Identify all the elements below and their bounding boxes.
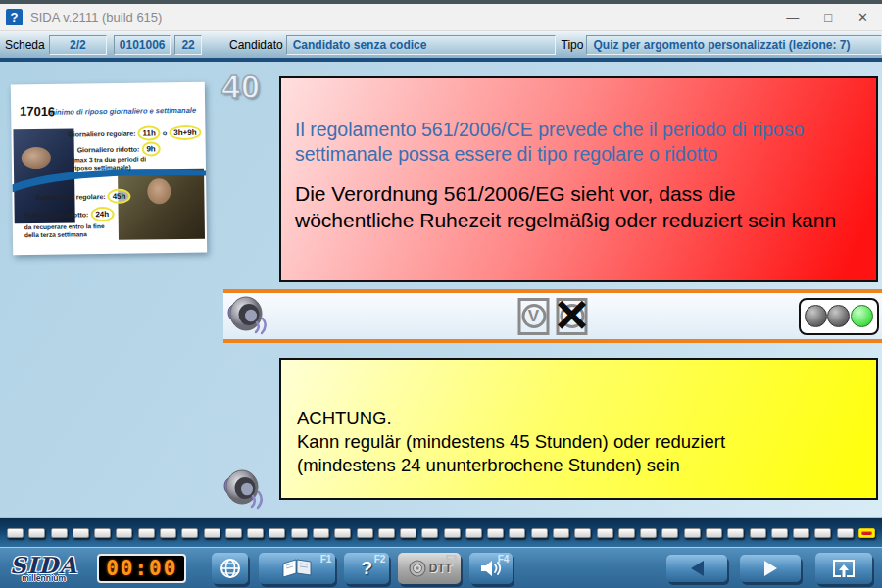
scheda-progress-field[interactable]: 2/2 bbox=[49, 35, 107, 55]
audio-fkey-label: F4 bbox=[498, 554, 510, 564]
question-italian-text: Il regolamento 561/2006/CE prevede che i… bbox=[295, 118, 857, 167]
false-glyph: X bbox=[560, 304, 584, 328]
traffic-light-green-on bbox=[851, 305, 873, 327]
image-id-overlay: 17016 bbox=[20, 104, 55, 120]
traffic-light-indicator bbox=[799, 298, 879, 335]
weekly-reduced-row: Settimanale ridotto: 24h bbox=[24, 207, 115, 222]
help-fkey-label: F2 bbox=[374, 554, 386, 564]
question-strip-button[interactable] bbox=[51, 528, 68, 538]
quiz-header-bar: Scheda 2/2 0101006 22 Candidato Candidat… bbox=[0, 31, 882, 58]
book-fkey-label: F1 bbox=[320, 554, 332, 564]
question-strip-button[interactable] bbox=[313, 528, 329, 538]
window-controls: — □ ✕ bbox=[786, 10, 876, 24]
maximize-button[interactable]: □ bbox=[824, 10, 832, 24]
daily-reduced-note: (max 3 tra due periodi di riposo settima… bbox=[73, 155, 149, 172]
candidato-field[interactable]: Candidato senza codice bbox=[286, 35, 556, 55]
question-strip-button[interactable] bbox=[509, 528, 525, 538]
question-strip-button[interactable] bbox=[94, 528, 111, 538]
question-strip-button[interactable] bbox=[160, 528, 176, 538]
daily-regular-label: Giornaliero regolare: bbox=[68, 130, 135, 138]
true-glyph: V bbox=[521, 304, 546, 328]
dtt-fkey-label: F3 bbox=[446, 554, 458, 564]
question-strip-button[interactable] bbox=[640, 528, 657, 538]
book-icon bbox=[280, 557, 314, 580]
answer-false-button[interactable]: X ✕ bbox=[557, 298, 588, 335]
audio-button[interactable]: F4 bbox=[469, 553, 513, 584]
weekly-reduced-label: Settimanale ridotto: bbox=[24, 211, 89, 219]
quiz-main-area: minimo di riposo giornaliero e settimana… bbox=[0, 62, 882, 517]
question-strip-button[interactable] bbox=[597, 528, 613, 538]
help-button[interactable]: F2 ? bbox=[344, 553, 389, 584]
scheda-label: Scheda bbox=[5, 38, 45, 52]
question-strip-button[interactable] bbox=[28, 528, 45, 538]
question-strip-button[interactable] bbox=[116, 528, 132, 538]
question-strip-button[interactable] bbox=[574, 528, 591, 538]
scheda-code-field[interactable]: 0101006 bbox=[114, 35, 171, 55]
close-button[interactable]: ✕ bbox=[858, 10, 868, 24]
language-globe-button[interactable] bbox=[212, 553, 248, 584]
question-strip-button[interactable] bbox=[531, 528, 548, 538]
question-strip-button-active[interactable] bbox=[858, 528, 875, 538]
question-strip-button[interactable] bbox=[618, 528, 635, 538]
question-strip-button[interactable] bbox=[487, 528, 504, 538]
scheda-count-field[interactable]: 22 bbox=[174, 35, 202, 55]
police-badge-icon bbox=[408, 559, 427, 578]
question-strip-button[interactable] bbox=[291, 528, 308, 538]
daily-regular-row: Giornaliero regolare: 11h o 3h+9h bbox=[68, 125, 201, 142]
candidato-label: Candidato bbox=[229, 38, 283, 52]
answer-bar: V X ✕ bbox=[223, 289, 882, 343]
question-strip-button[interactable] bbox=[727, 528, 744, 538]
question-strip-button[interactable] bbox=[553, 528, 569, 538]
question-strip-button[interactable] bbox=[706, 528, 722, 538]
manual-book-button[interactable]: F1 bbox=[259, 553, 335, 584]
minimize-button[interactable]: — bbox=[786, 10, 799, 24]
question-strip-button[interactable] bbox=[138, 528, 155, 538]
question-strip-button[interactable] bbox=[814, 528, 831, 538]
question-text-box: Il regolamento 561/2006/CE prevede che i… bbox=[279, 76, 878, 282]
question-strip-button[interactable] bbox=[421, 528, 438, 538]
question-strip-button[interactable] bbox=[837, 528, 854, 538]
question-number: 40 bbox=[221, 68, 261, 106]
question-strip-button[interactable] bbox=[225, 528, 242, 538]
app-help-icon[interactable]: ? bbox=[6, 9, 23, 25]
daily-regular-alt-value: 3h+9h bbox=[169, 125, 202, 140]
question-strip-button[interactable] bbox=[684, 528, 701, 538]
dtt-button: F3 DTT bbox=[398, 553, 461, 584]
footer-toolbar: SIDA millennium 00:00 F1 bbox=[0, 547, 882, 588]
tipo-label: Tipo bbox=[562, 38, 584, 52]
next-question-button[interactable] bbox=[740, 555, 801, 582]
hint-audio-speaker-icon[interactable] bbox=[221, 466, 272, 515]
globe-icon bbox=[219, 557, 242, 580]
question-strip-button[interactable] bbox=[7, 528, 24, 538]
question-strip-button[interactable] bbox=[334, 528, 351, 538]
hint-body: Kann regulär (mindestens 45 Stunden) ode… bbox=[297, 430, 792, 477]
question-strip-button[interactable] bbox=[771, 528, 788, 538]
question-strip-button[interactable] bbox=[204, 528, 220, 538]
question-strip-button[interactable] bbox=[357, 528, 373, 538]
sida-logo: SIDA millennium bbox=[10, 554, 77, 583]
exit-button[interactable] bbox=[815, 553, 872, 584]
question-strip-button[interactable] bbox=[269, 528, 285, 538]
window-title: SIDA v.2111 (build 615) bbox=[30, 10, 162, 24]
tipo-field[interactable]: Quiz per argomento personalizzati (lezio… bbox=[586, 35, 882, 55]
question-strip-button[interactable] bbox=[378, 528, 395, 538]
question-strip-button[interactable] bbox=[662, 528, 678, 538]
hint-box: ACHTUNG. Kann regulär (mindestens 45 Stu… bbox=[279, 358, 878, 500]
previous-question-button[interactable] bbox=[666, 555, 727, 582]
answer-true-button[interactable]: V bbox=[518, 298, 550, 335]
question-strip bbox=[0, 517, 882, 547]
question-strip-button[interactable] bbox=[793, 528, 809, 538]
question-strip-button[interactable] bbox=[247, 528, 264, 538]
question-strip-button[interactable] bbox=[73, 528, 89, 538]
question-strip-button[interactable] bbox=[181, 528, 198, 538]
active-question-marker bbox=[861, 531, 872, 535]
daily-regular-sep: o bbox=[163, 129, 167, 136]
question-strip-button[interactable] bbox=[400, 528, 416, 538]
weekly-reduced-note: da recuperare entro la fine della terza … bbox=[24, 222, 113, 239]
slide-title: minimo di riposo giornaliero e settimana… bbox=[48, 106, 203, 117]
question-audio-speaker-icon[interactable] bbox=[225, 293, 276, 339]
question-strip-button[interactable] bbox=[466, 528, 482, 538]
question-strip-button[interactable] bbox=[750, 528, 766, 538]
question-strip-button[interactable] bbox=[444, 528, 461, 538]
question-german-text: Die Verordnung 561/2006/EG sieht vor, da… bbox=[295, 180, 857, 233]
